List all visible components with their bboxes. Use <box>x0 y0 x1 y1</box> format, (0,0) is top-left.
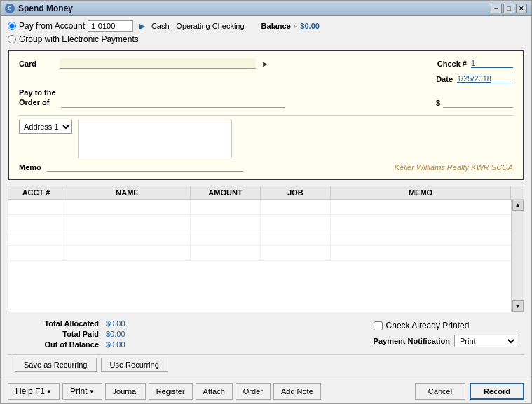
check-top-row: Card ► Check # <box>19 58 513 69</box>
col-memo: MEMO <box>331 186 511 199</box>
td-amount <box>191 215 261 230</box>
balance-arrows: » <box>294 22 298 30</box>
window-title: Spend Money <box>18 4 73 13</box>
total-paid-line: Total Paid $0.00 <box>15 330 148 338</box>
transaction-table: ACCT # NAME AMOUNT JOB MEMO ▲ ▼ <box>8 186 524 312</box>
use-recurring-button[interactable]: Use Recurring <box>101 358 168 372</box>
address-select[interactable]: Address 1 <box>19 120 72 134</box>
close-button[interactable]: ✕ <box>516 4 527 13</box>
maximize-button[interactable]: □ <box>503 4 514 13</box>
attach-button[interactable]: Attach <box>196 383 233 400</box>
table-row[interactable] <box>8 230 524 246</box>
address-row: Address 1 <box>19 120 513 158</box>
table-body: ▲ ▼ <box>8 200 524 312</box>
memo-left: Memo <box>19 162 243 172</box>
payment-notif-select[interactable]: Print Email None <box>454 335 517 347</box>
amount-input[interactable] <box>443 99 513 108</box>
journal-button[interactable]: Journal <box>105 383 146 400</box>
print-button[interactable]: Print <box>62 383 102 400</box>
help-button[interactable]: Help F1 <box>8 383 60 400</box>
total-allocated-label: Total Allocated <box>15 319 99 328</box>
check-divider <box>19 115 513 116</box>
pay-from-account-row: Pay from Account ► Cash - Operating Chec… <box>8 20 320 32</box>
col-scroll <box>511 186 524 199</box>
td-job <box>261 200 331 214</box>
cancel-button[interactable]: Cancel <box>415 383 465 400</box>
balance-section: Balance » $0.00 <box>261 22 320 30</box>
scroll-up-button[interactable]: ▲ <box>512 200 524 211</box>
td-acct <box>8 215 64 230</box>
check-card-section: Card ► <box>19 58 437 69</box>
td-job <box>261 246 331 260</box>
register-button[interactable]: Register <box>149 383 193 400</box>
table-row[interactable] <box>8 215 524 230</box>
balance-label: Balance <box>261 22 291 30</box>
date-input[interactable] <box>457 74 513 83</box>
total-allocated-value: $0.00 <box>106 319 148 328</box>
check-num-section: Check # <box>437 59 513 68</box>
check-num-input[interactable] <box>471 59 513 68</box>
group-electronic-row: Group with Electronic Payments <box>8 34 320 44</box>
title-bar: $ Spend Money – □ ✕ <box>1 1 531 16</box>
col-amount: AMOUNT <box>191 186 261 199</box>
total-paid-label: Total Paid <box>15 330 99 338</box>
check-date-row: Date <box>19 74 513 83</box>
pay-from-account-radio[interactable] <box>8 22 16 30</box>
order-button[interactable]: Order <box>236 383 271 400</box>
group-electronic-radio[interactable] <box>8 35 16 43</box>
td-memo <box>331 200 524 214</box>
td-amount <box>191 246 261 260</box>
main-content: Pay from Account ► Cash - Operating Chec… <box>1 16 531 379</box>
td-memo <box>331 230 524 245</box>
recurring-row: Save as Recurring Use Recurring <box>8 354 524 375</box>
td-name <box>64 246 191 260</box>
col-acct: ACCT # <box>8 186 64 199</box>
add-note-button[interactable]: Add Note <box>273 383 321 400</box>
spend-money-window: $ Spend Money – □ ✕ Pay from Account ► C… <box>0 0 532 404</box>
totals-row: Total Allocated $0.00 Total Paid $0.00 O… <box>8 315 524 351</box>
out-of-balance-value: $0.00 <box>106 340 148 349</box>
totals-left: Total Allocated $0.00 Total Paid $0.00 O… <box>15 319 148 349</box>
scroll-track[interactable] <box>512 211 524 300</box>
table-row[interactable] <box>8 200 524 215</box>
account-name-label: Cash - Operating Checking <box>151 22 245 30</box>
td-amount <box>191 200 261 214</box>
company-watermark: Keller Williams Realty KWR SCOA <box>395 163 513 172</box>
out-of-balance-line: Out of Balance $0.00 <box>15 340 148 349</box>
check-area: Card ► Check # Date Pay to theOrder of <box>8 50 524 180</box>
record-button[interactable]: Record <box>470 383 524 400</box>
title-bar-left: $ Spend Money <box>5 4 73 13</box>
check-printed-checkbox[interactable] <box>374 321 383 330</box>
bottom-left-buttons: Help F1 Print Journal Register Attach Or… <box>8 383 321 400</box>
col-job: JOB <box>261 186 331 199</box>
pay-to-row: Pay to theOrder of <box>19 88 285 108</box>
group-electronic-label: Group with Electronic Payments <box>19 34 139 44</box>
check-printed-label: Check Already Printed <box>386 321 470 330</box>
scroll-down-button[interactable]: ▼ <box>512 300 524 312</box>
window-icon: $ <box>5 4 15 13</box>
total-paid-value: $0.00 <box>106 330 148 338</box>
minimize-button[interactable]: – <box>491 4 502 13</box>
card-dropdown-arrow[interactable]: ► <box>261 60 269 68</box>
check-num-label: Check # <box>437 60 467 68</box>
address-textarea[interactable] <box>78 120 232 158</box>
save-recurring-button[interactable]: Save as Recurring <box>15 358 97 372</box>
payment-notif-row: Payment Notification Print Email None <box>374 335 517 347</box>
td-name <box>64 215 191 230</box>
pay-to-input[interactable] <box>61 97 285 108</box>
bottom-right-buttons: Cancel Record <box>415 383 524 400</box>
card-input[interactable] <box>60 58 256 69</box>
table-scrollbar[interactable]: ▲ ▼ <box>511 200 524 312</box>
account-radio-group: Pay from Account ► Cash - Operating Chec… <box>8 20 320 44</box>
td-name <box>64 200 191 214</box>
table-header: ACCT # NAME AMOUNT JOB MEMO <box>8 186 524 200</box>
td-acct <box>8 246 64 260</box>
table-row[interactable] <box>8 246 524 261</box>
out-of-balance-label: Out of Balance <box>15 340 99 349</box>
td-acct <box>8 230 64 245</box>
td-acct <box>8 200 64 214</box>
account-arrow-button[interactable]: ► <box>137 20 147 32</box>
account-code-input[interactable] <box>88 20 133 32</box>
memo-label: Memo <box>19 163 41 172</box>
memo-input[interactable] <box>47 162 243 172</box>
